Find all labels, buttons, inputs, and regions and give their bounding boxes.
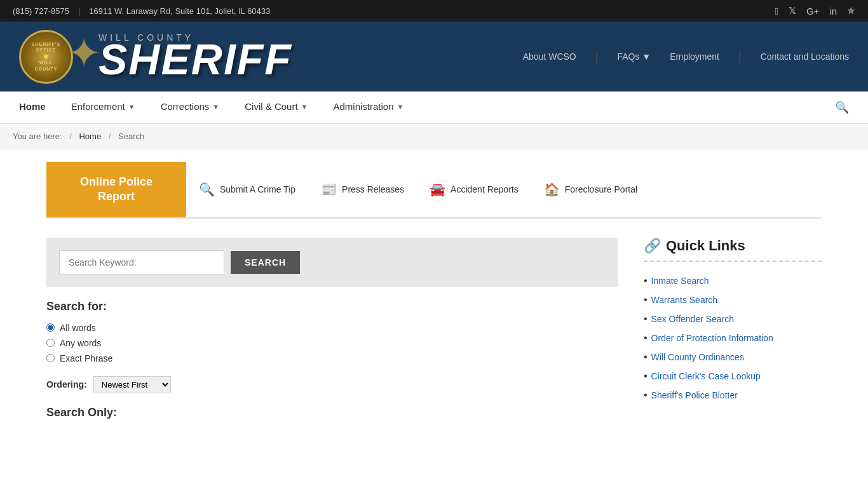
online-police-report-button[interactable]: Online PoliceReport [46, 162, 186, 217]
divider: | [78, 6, 80, 16]
breadcrumb-current: Search [118, 132, 144, 141]
search-for-label: Search for: [46, 300, 618, 313]
search-only-label: Search Only: [46, 406, 618, 419]
content-wrapper: Online PoliceReport 🔍 Submit A Crime Tip… [34, 149, 834, 419]
logo-text: WILL COUNTY SHERIFF [98, 32, 292, 81]
you-are-here-label: You are here: [13, 132, 62, 141]
all-words-option[interactable]: All words [46, 323, 618, 333]
search-input[interactable] [59, 250, 224, 274]
sheriffs-police-blotter-link[interactable]: Sheriff's Police Blotter [651, 390, 738, 400]
top-bar-contact: (815) 727-8575 | 16911 W. Laraway Rd, Su… [13, 6, 270, 16]
nav-corrections[interactable]: Corrections ▼ [148, 92, 233, 123]
list-item: Will County Ordinances [644, 348, 822, 367]
pinterest-icon[interactable]: ✯ [847, 5, 855, 17]
will-county-ordinances-link[interactable]: Will County Ordinances [651, 352, 744, 362]
list-item: Sex Offender Search [644, 309, 822, 329]
search-area: SEARCH [46, 238, 618, 287]
social-links:  𝕏 G+ in ✯ [775, 5, 855, 17]
order-of-protection-link[interactable]: Order of Protection Information [651, 333, 773, 343]
breadcrumb-sep2: / [109, 132, 111, 141]
sex-offender-search-link[interactable]: Sex Offender Search [651, 314, 734, 324]
administration-chevron-icon: ▼ [397, 103, 404, 111]
newspaper-icon: 📰 [321, 182, 337, 197]
top-bar: (815) 727-8575 | 16911 W. Laraway Rd, Su… [0, 0, 868, 22]
linkedin-icon[interactable]: in [829, 6, 837, 17]
twitter-icon[interactable]: 𝕏 [789, 5, 796, 17]
exact-phrase-radio[interactable] [46, 354, 55, 362]
ordering-label: Ordering: [46, 379, 87, 390]
nav-divider: | [595, 50, 599, 64]
contact-locations-link[interactable]: Contact and Locations [761, 51, 849, 62]
search-radio-group: All words Any words Exact Phrase [46, 323, 618, 363]
badge-text: SHERIFF'SOFFICE⭐WILLCOUNTY [29, 39, 63, 75]
circuit-clerk-lookup-link[interactable]: Circuit Clerk's Case Lookup [651, 371, 761, 381]
employment-link[interactable]: Employment [670, 51, 719, 62]
home-icon: 🏠 [544, 182, 560, 197]
any-words-option[interactable]: Any words [46, 338, 618, 348]
list-item: Warrants Search [644, 290, 822, 309]
all-words-radio[interactable] [46, 323, 55, 332]
faqs-link[interactable]: FAQs ▼ [617, 51, 651, 62]
two-col-layout: SEARCH Search for: All words Any words E… [46, 238, 822, 419]
list-item: Sheriff's Police Blotter [644, 386, 822, 405]
list-item: Order of Protection Information [644, 329, 822, 348]
submit-crime-tip-link[interactable]: 🔍 Submit A Crime Tip [199, 182, 295, 197]
accident-reports-link[interactable]: 🚘 Accident Reports [430, 182, 519, 197]
sidebar-divider [644, 261, 822, 262]
ordering-row: Ordering: Newest First Oldest First Most… [46, 376, 618, 393]
nav-search-icon[interactable]: 🔍 [822, 92, 862, 123]
list-item: Circuit Clerk's Case Lookup [644, 367, 822, 386]
nav-divider2: | [738, 50, 742, 64]
facebook-icon[interactable]:  [775, 6, 778, 17]
sidebar-title: 🔗 Quick Links [644, 238, 822, 254]
any-words-radio[interactable] [46, 339, 55, 347]
sidebar-column: 🔗 Quick Links Inmate Search Warrants Sea… [644, 238, 822, 419]
search-button[interactable]: SEARCH [231, 251, 300, 274]
nav-administration[interactable]: Administration ▼ [320, 92, 416, 123]
breadcrumb-home-link[interactable]: Home [79, 132, 101, 141]
press-releases-link[interactable]: 📰 Press Releases [321, 182, 404, 197]
exact-phrase-option[interactable]: Exact Phrase [46, 353, 618, 363]
civil-court-chevron-icon: ▼ [301, 103, 308, 111]
inmate-search-link[interactable]: Inmate Search [651, 276, 709, 286]
breadcrumb: You are here: / Home / Search [0, 124, 868, 149]
enforcement-chevron-icon: ▼ [128, 103, 135, 111]
star-decoration: ✦ [67, 29, 101, 77]
logo-text-wrap: ✦ WILL COUNTY SHERIFF [64, 32, 292, 81]
about-wcso-link[interactable]: About WCSO [523, 51, 576, 62]
foreclosure-portal-link[interactable]: 🏠 Foreclosure Portal [544, 182, 637, 197]
nav-civil-court[interactable]: Civil & Court ▼ [232, 92, 320, 123]
breadcrumb-sep1: / [69, 132, 72, 141]
sidebar-links-list: Inmate Search Warrants Search Sex Offend… [644, 271, 822, 405]
sheriff-title: SHERIFF [98, 37, 292, 81]
header-nav: About WCSO | FAQs ▼ Employment | Contact… [523, 50, 849, 64]
phone-number[interactable]: (815) 727-8575 [13, 6, 69, 16]
site-header: SHERIFF'SOFFICE⭐WILLCOUNTY ✦ WILL COUNTY… [0, 22, 868, 92]
corrections-chevron-icon: ▼ [212, 103, 219, 111]
car-icon: 🚘 [430, 182, 445, 197]
address: 16911 W. Laraway Rd, Suite 101, Joliet, … [89, 6, 270, 16]
list-item: Inmate Search [644, 271, 822, 290]
googleplus-icon[interactable]: G+ [806, 6, 819, 17]
warrants-search-link[interactable]: Warrants Search [651, 295, 718, 305]
nav-enforcement[interactable]: Enforcement ▼ [58, 92, 148, 123]
main-column: SEARCH Search for: All words Any words E… [46, 238, 618, 419]
main-nav: Home Enforcement ▼ Corrections ▼ Civil &… [0, 92, 868, 124]
link-icon: 🔗 [644, 238, 661, 254]
quick-links-items: 🔍 Submit A Crime Tip 📰 Press Releases 🚘 … [186, 162, 822, 217]
binoculars-icon: 🔍 [199, 182, 215, 197]
nav-home[interactable]: Home [6, 92, 58, 123]
ordering-select[interactable]: Newest First Oldest First Most Relevant [93, 376, 171, 393]
logo-area: SHERIFF'SOFFICE⭐WILLCOUNTY ✦ WILL COUNTY… [19, 30, 292, 84]
quick-links-bar: Online PoliceReport 🔍 Submit A Crime Tip… [46, 162, 822, 219]
